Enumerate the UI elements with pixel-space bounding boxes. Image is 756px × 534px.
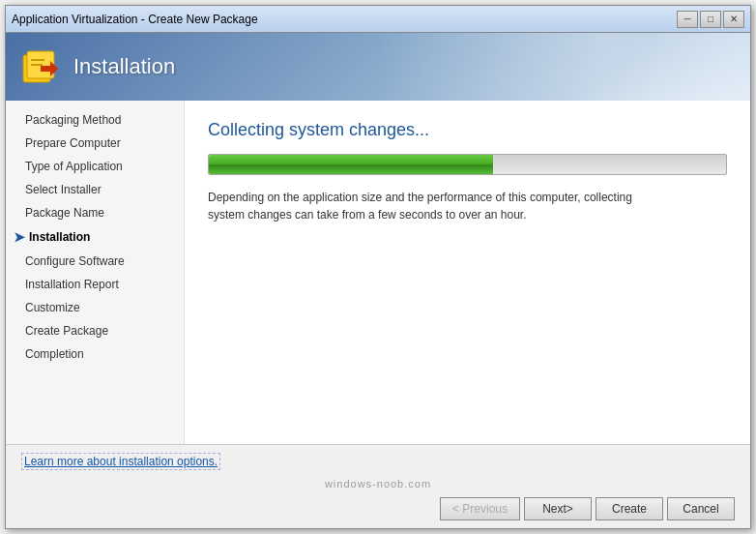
- header-title: Installation: [73, 54, 175, 79]
- learn-more-link[interactable]: Learn more about installation options.: [21, 453, 220, 470]
- sidebar: Packaging Method Prepare Computer Type o…: [6, 101, 185, 444]
- content-area: Packaging Method Prepare Computer Type o…: [6, 101, 750, 444]
- description-text: Depending on the application size and th…: [208, 189, 672, 223]
- installation-icon: [21, 47, 60, 86]
- title-bar: Application Virtualization - Create New …: [6, 6, 750, 33]
- main-heading: Collecting system changes...: [208, 120, 727, 140]
- main-content: Collecting system changes... Depending o…: [185, 101, 750, 444]
- footer-buttons: < Previous Next> Create Cancel: [21, 497, 735, 520]
- sidebar-label: Completion: [25, 347, 84, 361]
- sidebar-item-packaging-method[interactable]: Packaging Method: [6, 108, 184, 132]
- minimize-button[interactable]: ─: [677, 11, 698, 28]
- sidebar-label: Customize: [25, 301, 80, 314]
- sidebar-label: Create Package: [25, 324, 108, 338]
- sidebar-item-installation[interactable]: ➤ Installation: [6, 224, 184, 250]
- sidebar-label: Type of Application: [25, 160, 123, 173]
- footer-area: Learn more about installation options. w…: [6, 444, 750, 528]
- sidebar-item-select-installer[interactable]: Select Installer: [6, 178, 184, 201]
- sidebar-item-installation-report[interactable]: Installation Report: [6, 273, 184, 296]
- learn-more-container: Learn more about installation options.: [21, 453, 735, 470]
- sidebar-item-completion[interactable]: Completion: [6, 342, 184, 366]
- sidebar-label: Configure Software: [25, 254, 125, 268]
- svg-rect-4: [31, 64, 43, 66]
- sidebar-item-type-of-application[interactable]: Type of Application: [6, 155, 184, 178]
- next-button[interactable]: Next>: [524, 497, 592, 520]
- header-banner: Installation: [6, 33, 750, 101]
- sidebar-label: Package Name: [25, 206, 104, 220]
- previous-button[interactable]: < Previous: [440, 497, 520, 520]
- create-button[interactable]: Create: [596, 497, 663, 520]
- sidebar-label: Installation: [29, 230, 90, 244]
- window-title: Application Virtualization - Create New …: [12, 13, 258, 26]
- sidebar-label: Prepare Computer: [25, 136, 121, 150]
- close-button[interactable]: ✕: [723, 11, 744, 28]
- maximize-button[interactable]: □: [700, 11, 721, 28]
- watermark: windows-noob.com: [21, 476, 735, 491]
- main-window: Application Virtualization - Create New …: [5, 5, 751, 529]
- progress-bar-container: [208, 154, 727, 175]
- active-arrow-icon: ➤: [14, 229, 25, 245]
- window-controls: ─ □ ✕: [677, 11, 744, 28]
- sidebar-item-package-name[interactable]: Package Name: [6, 201, 184, 224]
- progress-bar-fill: [209, 155, 493, 174]
- cancel-button[interactable]: Cancel: [667, 497, 735, 520]
- sidebar-label: Packaging Method: [25, 113, 121, 127]
- sidebar-item-customize[interactable]: Customize: [6, 296, 184, 319]
- sidebar-item-configure-software[interactable]: Configure Software: [6, 250, 184, 273]
- sidebar-label: Select Installer: [25, 183, 102, 196]
- sidebar-item-create-package[interactable]: Create Package: [6, 319, 184, 342]
- sidebar-label: Installation Report: [25, 278, 119, 291]
- sidebar-item-prepare-computer[interactable]: Prepare Computer: [6, 132, 184, 155]
- svg-rect-3: [31, 59, 44, 61]
